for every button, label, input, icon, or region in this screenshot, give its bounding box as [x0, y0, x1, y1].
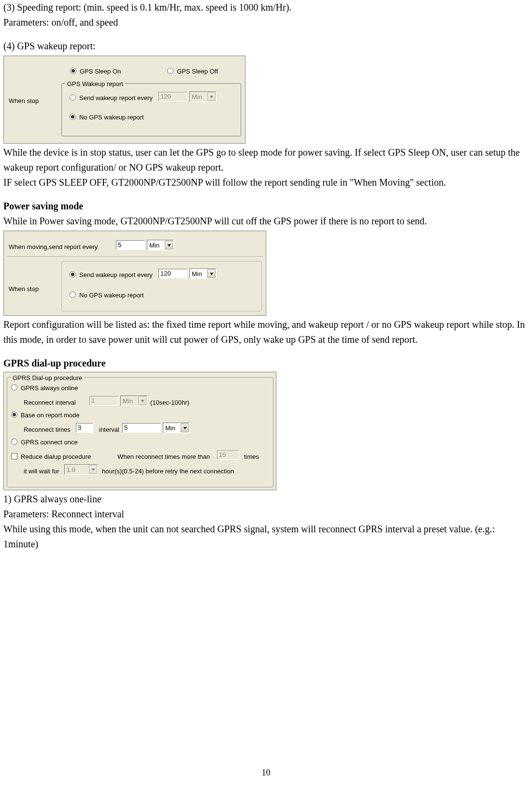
- when-stop-label: When stop: [9, 96, 39, 106]
- input-wakeup-interval[interactable]: 120: [158, 269, 187, 278]
- paragraph: While using this mode, when the unit can…: [3, 522, 531, 552]
- groupbox-gps-wakeup-report: GPS Wakeup report Send wakeup report eve…: [61, 83, 241, 136]
- page-number: 10: [0, 766, 532, 780]
- label: When reconnect times more than: [117, 452, 210, 462]
- dropdown-value: Min: [123, 397, 133, 406]
- groupbox-title: GPS Wakeup report: [66, 79, 125, 89]
- dropdown-reconnect-unit[interactable]: Min: [120, 396, 147, 406]
- radio-label: GPS Sleep On: [80, 67, 121, 76]
- paragraph: 1) GPRS always one-line: [3, 492, 531, 507]
- radio-gprs-always-online[interactable]: [11, 384, 17, 391]
- radio-gps-sleep-on[interactable]: [70, 68, 76, 74]
- paragraph: (3) Speeding report: (min. speed is 0.1 …: [3, 0, 531, 15]
- panel-gps-wakeup: When stop GPS Sleep On GPS Sleep Off GPS…: [3, 56, 245, 144]
- dropdown-value: Min: [149, 241, 159, 250]
- reconnect-interval-label: Reconnect interval: [24, 398, 76, 408]
- checkbox-label: Reduce dialup procedure: [21, 452, 91, 462]
- paragraph: (4) GPS wakeup report:: [3, 39, 531, 54]
- radio-no-gps-wakeup[interactable]: [70, 292, 76, 298]
- dropdown-wait-hours[interactable]: 1.0: [64, 464, 98, 475]
- paragraph: IF select GPS SLEEP OFF, GT2000NP/GT2500…: [3, 175, 531, 190]
- dropdown-wakeup-unit[interactable]: Min: [189, 91, 216, 102]
- groupbox-title: GPRS Dial-up procedure: [11, 373, 84, 383]
- paragraph: While in Power saving mode, GT2000NP/GT2…: [3, 214, 531, 229]
- panel-gprs-dialup: GPRS Dial-up procedure GPRS always onlin…: [3, 372, 276, 490]
- input-reconnect-interval2[interactable]: 5: [122, 423, 161, 433]
- reconnect-interval-range: (10sec-100hr): [150, 398, 189, 408]
- dropdown-interval-unit[interactable]: Min: [163, 423, 190, 433]
- dropdown-value: 1.0: [67, 466, 75, 474]
- dropdown-value: Min: [165, 424, 175, 433]
- heading: GPRS dial-up procedure: [3, 356, 531, 371]
- panel-power-saving: When moving,send report every 5 Min When…: [3, 231, 266, 316]
- input-moving-interval[interactable]: 5: [116, 240, 145, 250]
- chevron-down-icon: [165, 241, 173, 249]
- radio-label: GPRS always online: [21, 383, 78, 393]
- heading: Power saving mode: [3, 199, 531, 214]
- radio-label: GPRS connect once: [21, 438, 78, 447]
- chevron-down-icon: [138, 396, 146, 405]
- groupbox-stop-options: Send wakeup report every 120 Min No GPS …: [61, 261, 262, 311]
- interval-label: interval: [99, 425, 119, 435]
- label: hour(s)(0.5-24) before retry the next co…: [102, 467, 234, 476]
- input-reconnect-interval[interactable]: 1: [89, 396, 118, 406]
- chevron-down-icon: [207, 269, 216, 278]
- groupbox-gprs-dialup: GPRS Dial-up procedure GPRS always onlin…: [7, 377, 273, 487]
- radio-label: No GPS wakeup report: [79, 291, 144, 300]
- paragraph: While the device is in stop status, user…: [3, 145, 531, 175]
- radio-label: GPS Sleep Off: [177, 67, 218, 76]
- radio-gps-sleep-off[interactable]: [167, 68, 173, 74]
- radio-no-gps-wakeup[interactable]: [70, 114, 76, 120]
- dropdown-value: Min: [192, 270, 202, 278]
- chevron-down-icon: [89, 465, 97, 474]
- dropdown-value: Min: [192, 93, 202, 102]
- chevron-down-icon: [207, 92, 216, 101]
- chevron-down-icon: [181, 424, 189, 432]
- divider: [7, 256, 263, 257]
- dropdown-wakeup-unit[interactable]: Min: [189, 268, 216, 279]
- paragraph: Report configuration will be listed as: …: [3, 317, 531, 347]
- radio-label: Send wakeup report every: [79, 93, 153, 103]
- radio-label: Send wakeup report every: [79, 270, 153, 280]
- input-reconnect-times[interactable]: 3: [76, 423, 93, 433]
- when-moving-label: When moving,send report every: [9, 242, 98, 252]
- radio-base-on-report-mode[interactable]: [11, 411, 17, 418]
- when-stop-label: When stop: [9, 284, 39, 294]
- radio-gprs-connect-once[interactable]: [11, 439, 17, 445]
- radio-label: No GPS wakeup report: [79, 113, 144, 122]
- label: times: [244, 452, 259, 462]
- paragraph: Parameters: on/off, and speed: [3, 15, 531, 30]
- label: it will wait for: [24, 467, 59, 476]
- checkbox-reduce-dialup[interactable]: [11, 453, 17, 459]
- radio-send-wakeup-every[interactable]: [70, 94, 76, 101]
- radio-label: Base on report mode: [21, 410, 79, 420]
- reconnect-times-label: Reconnect times: [24, 425, 71, 435]
- paragraph: Parameters: Reconnect interval: [3, 507, 531, 522]
- radio-send-wakeup-every[interactable]: [70, 271, 76, 278]
- dropdown-moving-unit[interactable]: Min: [147, 240, 174, 250]
- input-wakeup-interval[interactable]: 120: [158, 92, 187, 102]
- input-more-than[interactable]: 15: [217, 450, 239, 460]
